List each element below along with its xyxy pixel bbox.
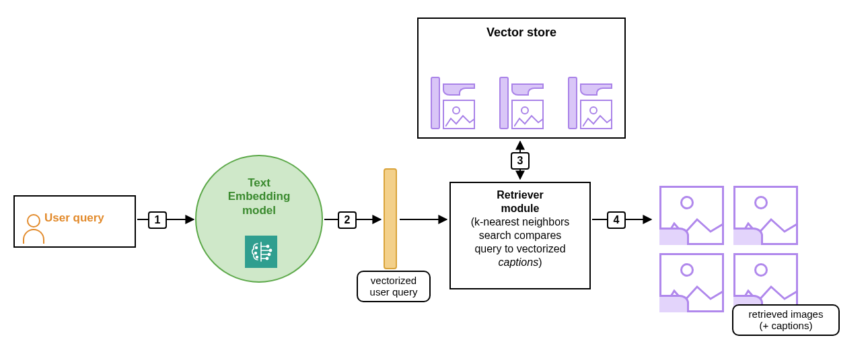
step-badge-3: 3	[511, 152, 530, 170]
svg-point-13	[266, 257, 268, 259]
vectorized-caption-line1: vectorized	[371, 275, 417, 286]
step-badge-2: 2	[338, 211, 357, 229]
results-caption: retrieved images (+ captions)	[732, 304, 840, 336]
caption-chip-icon	[733, 228, 763, 245]
retriever-desc-line1: (k-nearest neighbors	[471, 216, 570, 228]
caption-chip-icon	[443, 83, 475, 96]
vector-store-item	[499, 77, 544, 129]
retriever-desc-line3: query to vectorized	[474, 243, 565, 254]
svg-point-11	[268, 253, 270, 255]
embedding-bar-icon	[431, 77, 440, 129]
vector-store-node: Vector store	[417, 18, 626, 139]
svg-point-16	[256, 256, 258, 258]
user-query-node: User query	[13, 195, 136, 248]
svg-point-15	[255, 252, 257, 254]
caption-chip-icon	[580, 83, 612, 96]
caption-chip-icon	[659, 295, 689, 312]
vector-store-item	[431, 77, 475, 129]
vectorized-query-caption: vectorized user query	[357, 271, 431, 302]
embedding-label-line3: model	[242, 204, 276, 217]
vector-store-items	[431, 77, 612, 129]
result-image	[659, 186, 724, 245]
user-query-label: User query	[44, 211, 104, 225]
caption-chip-icon	[659, 228, 689, 245]
ai-brain-icon	[245, 236, 277, 268]
svg-point-9	[269, 249, 271, 251]
retriever-desc-line4-close: )	[538, 256, 542, 268]
vectorized-caption-line2: user query	[370, 286, 418, 298]
results-caption-line1: retrieved images	[749, 308, 824, 320]
retriever-module-node: Retriever module (k-nearest neighbors se…	[449, 182, 591, 289]
retriever-desc-line4-italic: captions	[499, 256, 539, 268]
user-icon	[22, 214, 46, 244]
retriever-title-line1: Retriever	[497, 189, 543, 201]
results-caption-line2: (+ captions)	[760, 320, 813, 331]
caption-chip-icon	[511, 83, 544, 96]
embedding-model-label: Text Embedding model	[196, 176, 322, 217]
result-image	[733, 186, 798, 245]
embedding-label-line2: Embedding	[228, 190, 291, 203]
step-badge-1: 1	[148, 211, 167, 229]
retriever-desc-line2: search compares	[479, 230, 562, 241]
image-thumb-icon	[511, 100, 544, 129]
vector-store-title: Vector store	[419, 26, 624, 40]
image-thumb-icon	[443, 100, 475, 129]
embedding-bar-icon	[499, 77, 509, 129]
svg-point-7	[266, 245, 268, 247]
retriever-desc: (k-nearest neighbors search compares que…	[458, 215, 583, 269]
result-image	[733, 253, 798, 312]
retriever-title-line2: module	[501, 203, 540, 214]
embedding-label-line1: Text	[248, 176, 270, 189]
svg-point-14	[256, 247, 258, 249]
vectorized-query-bar	[384, 168, 397, 269]
image-thumb-icon	[580, 100, 612, 129]
vector-store-item	[568, 77, 612, 129]
result-image	[659, 253, 724, 312]
embedding-bar-icon	[568, 77, 577, 129]
step-badge-4: 4	[607, 211, 626, 229]
embedding-model-node: Text Embedding model	[195, 155, 323, 283]
